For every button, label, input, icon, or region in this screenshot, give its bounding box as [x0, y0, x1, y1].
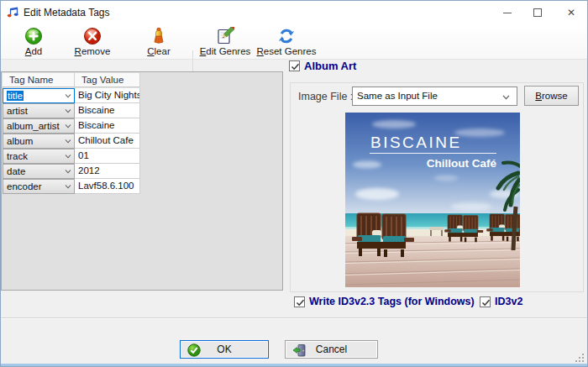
tag-value-cell[interactable]: Chillout Cafe — [75, 134, 140, 149]
remove-button[interactable]: Remove — [61, 27, 123, 56]
image-file-combobox[interactable]: Same as Input File — [352, 87, 517, 106]
chevron-down-icon — [65, 155, 71, 159]
write-id3v23-checkbox[interactable] — [294, 296, 305, 307]
window-bottom-accent — [1, 364, 587, 366]
close-icon: ✕ — [567, 8, 575, 18]
edit-metadata-tags-dialog: Edit Metadata Tags ✕ Add Remove — [0, 0, 588, 367]
add-plus-icon — [24, 27, 43, 45]
minimize-icon — [503, 13, 512, 13]
browse-label: Browse — [535, 91, 567, 101]
clear-brush-icon — [150, 27, 168, 45]
chevron-down-icon — [65, 124, 71, 128]
id3v2-label: ID3v2 — [495, 296, 522, 307]
album-art-checkbox-row: Album Art — [289, 60, 356, 72]
title-bar: Edit Metadata Tags ✕ — [1, 1, 587, 24]
tag-name-dropdown[interactable]: title — [3, 88, 75, 103]
bottom-separator — [1, 317, 587, 318]
maximize-button[interactable] — [523, 1, 552, 24]
tag-name-dropdown[interactable]: album_artist — [3, 118, 75, 134]
image-file-label: Image File : — [298, 91, 353, 102]
cover-title-text: Chillout Café — [427, 157, 497, 170]
add-button[interactable]: Add — [3, 27, 65, 56]
ok-button[interactable]: OK — [180, 340, 269, 359]
tag-value-cell[interactable]: Lavf58.6.100 — [75, 179, 140, 194]
reset-genres-label: Reset Genres — [255, 46, 318, 56]
tag-table: Tag Name Tag Value title Big City Nights… — [3, 73, 140, 194]
chevron-down-icon — [502, 95, 510, 100]
check-icon — [290, 61, 301, 72]
cancel-button[interactable]: Cancel — [285, 340, 378, 359]
tag-value-cell[interactable]: Biscaine — [75, 118, 140, 134]
album-art-checkbox[interactable] — [289, 60, 300, 71]
remove-label: Remove — [61, 46, 123, 56]
tag-name-dropdown[interactable]: track — [3, 149, 75, 164]
chevron-down-icon — [65, 185, 71, 189]
tag-value-cell[interactable]: 2012 — [75, 164, 140, 179]
column-header-tag-value: Tag Value — [75, 73, 140, 87]
exit-door-icon — [292, 343, 306, 357]
tag-name-dropdown[interactable]: album — [3, 134, 75, 149]
check-icon — [295, 297, 306, 308]
cancel-label: Cancel — [316, 343, 347, 355]
image-file-value: Same as Input File — [357, 91, 438, 101]
remove-x-icon — [83, 27, 102, 45]
write-id3v23-label: Write ID3v2.3 Tags (for Windows) — [309, 296, 475, 307]
tag-name-dropdown[interactable]: encoder — [3, 179, 75, 194]
tag-table-panel: Tag Name Tag Value title Big City Nights… — [1, 71, 283, 291]
check-circle-icon — [187, 343, 201, 357]
resize-grip-icon[interactable] — [575, 354, 585, 363]
write-id3v23-row: Write ID3v2.3 Tags (for Windows) — [294, 296, 475, 307]
chevron-down-icon — [65, 109, 71, 113]
toolbar: Add Remove Clear — [1, 24, 587, 60]
id3v2-row: ID3v2 — [480, 296, 522, 307]
tag-name-dropdown[interactable]: date — [3, 164, 75, 179]
edit-genres-button[interactable]: Edit Genres — [194, 27, 256, 56]
close-button[interactable]: ✕ — [557, 1, 585, 24]
clear-label: Clear — [128, 46, 190, 56]
album-art-label: Album Art — [304, 60, 356, 72]
chevron-down-icon — [65, 94, 71, 98]
ok-label: OK — [217, 343, 231, 355]
tag-value-cell[interactable]: Biscaine — [75, 103, 140, 118]
chevron-down-icon — [65, 170, 71, 174]
column-header-tag-name: Tag Name — [3, 73, 75, 87]
add-label: Add — [3, 46, 65, 56]
browse-button[interactable]: Browse — [524, 86, 579, 106]
cover-artist-text: BISCAINE — [370, 134, 462, 151]
music-notes-icon — [7, 6, 20, 19]
clear-button[interactable]: Clear — [128, 27, 190, 56]
album-cover-image: BISCAINE Chillout Café — [345, 113, 520, 287]
maximize-icon — [533, 8, 542, 17]
reset-genres-button[interactable]: Reset Genres — [255, 27, 318, 56]
edit-genres-icon — [216, 27, 234, 45]
reset-genres-icon — [277, 27, 296, 45]
minimize-button[interactable] — [493, 1, 522, 24]
window-title: Edit Metadata Tags — [24, 7, 110, 18]
check-icon — [480, 297, 491, 308]
edit-genres-label: Edit Genres — [194, 46, 256, 56]
tag-value-cell[interactable]: Big City Nights — [75, 88, 140, 103]
chevron-down-icon — [65, 139, 71, 144]
tag-name-dropdown[interactable]: artist — [3, 103, 75, 118]
tag-value-cell[interactable]: 01 — [75, 149, 140, 164]
id3v2-checkbox[interactable] — [480, 296, 491, 307]
